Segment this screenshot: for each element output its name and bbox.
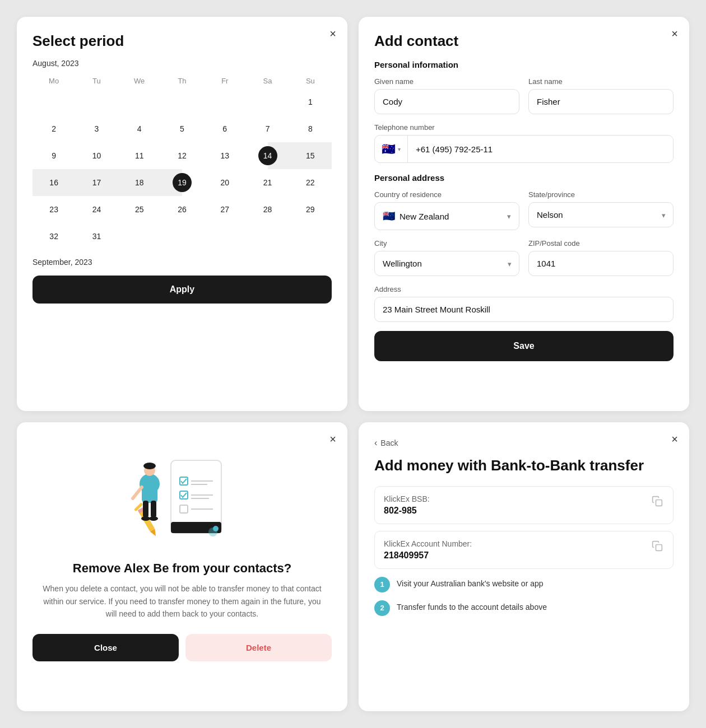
close-add-contact-button[interactable]: ×: [671, 28, 678, 39]
calendar-day-selected-start[interactable]: 14: [246, 142, 289, 169]
calendar-day[interactable]: [246, 88, 289, 115]
day-header-su: Su: [289, 73, 332, 88]
calendar-day[interactable]: 28: [246, 196, 289, 223]
city-select[interactable]: Wellington: [374, 251, 519, 276]
calendar-day[interactable]: 7: [246, 115, 289, 142]
state-select[interactable]: Nelson: [528, 202, 674, 227]
calendar-day[interactable]: 26: [161, 196, 203, 223]
back-link[interactable]: ‹ Back: [374, 438, 674, 448]
given-name-input[interactable]: [374, 89, 519, 114]
day-header-sa: Sa: [246, 73, 289, 88]
calendar-day[interactable]: 27: [203, 196, 246, 223]
day-header-we: We: [118, 73, 161, 88]
copy-bsb-button[interactable]: [651, 494, 664, 511]
delete-button[interactable]: Delete: [185, 634, 332, 661]
given-name-label: Given name: [374, 77, 519, 86]
calendar-day[interactable]: [161, 88, 203, 115]
calendar-day-range[interactable]: 17: [75, 169, 118, 196]
close-bank-button[interactable]: ×: [671, 433, 678, 445]
svg-line-17: [133, 487, 142, 498]
bsb-block: KlickEx BSB: 802-985: [374, 486, 674, 524]
copy-account-button[interactable]: [651, 539, 664, 556]
calendar-day[interactable]: 32: [32, 223, 75, 250]
calendar-day[interactable]: 2: [32, 115, 75, 142]
calendar-day[interactable]: 3: [75, 115, 118, 142]
calendar-day[interactable]: 8: [289, 115, 332, 142]
close-button[interactable]: Close: [32, 634, 179, 661]
svg-point-20: [141, 516, 150, 521]
zip-input[interactable]: [528, 251, 674, 276]
step1-badge: 1: [374, 577, 390, 592]
calendar-day[interactable]: [118, 223, 161, 250]
calendar-day[interactable]: 25: [118, 196, 161, 223]
state-label: State/province: [528, 190, 674, 199]
zip-group: ZIP/Postal code: [528, 239, 674, 276]
back-chevron-icon: ‹: [374, 438, 377, 448]
calendar-day[interactable]: [203, 223, 246, 250]
remove-contact-card: ×: [17, 422, 347, 711]
calendar-day[interactable]: 24: [75, 196, 118, 223]
svg-rect-16: [142, 480, 157, 503]
remove-contact-illustration: [126, 449, 238, 550]
calendar-day[interactable]: 9: [32, 142, 75, 169]
day-header-fr: Fr: [203, 73, 246, 88]
step1-row: 1 Visit your Australian bank's website o…: [374, 577, 674, 592]
svg-rect-26: [656, 544, 662, 550]
calendar-day[interactable]: 6: [203, 115, 246, 142]
calendar-day[interactable]: [289, 223, 332, 250]
calendar-day[interactable]: 29: [289, 196, 332, 223]
account-value: 218409957: [384, 550, 472, 561]
country-label: Country of residence: [374, 190, 519, 199]
add-contact-title: Add contact: [374, 32, 674, 50]
state-group: State/province Nelson ▾: [528, 190, 674, 230]
calendar-day[interactable]: 23: [32, 196, 75, 223]
calendar-day-range[interactable]: 18: [118, 169, 161, 196]
calendar-day[interactable]: [75, 88, 118, 115]
country-select[interactable]: 🇳🇿 New Zealand ▾: [374, 202, 519, 230]
remove-action-row: Close Delete: [32, 634, 332, 661]
nz-flag-icon: 🇳🇿: [383, 210, 395, 222]
account-block: KlickEx Account Number: 218409957: [374, 531, 674, 569]
calendar-day[interactable]: [203, 88, 246, 115]
country-value: New Zealand: [400, 212, 507, 221]
calendar-day[interactable]: [32, 88, 75, 115]
last-name-input[interactable]: [528, 89, 674, 114]
calendar-day-range[interactable]: 15: [289, 142, 332, 169]
back-label: Back: [380, 438, 398, 447]
city-group: City Wellington ▾: [374, 239, 519, 276]
calendar-day[interactable]: 20: [203, 169, 246, 196]
close-calendar-button[interactable]: ×: [329, 28, 336, 39]
bank-transfer-card: × ‹ Back Add money with Bank-to-Bank tra…: [359, 422, 689, 711]
remove-contact-description: When you delete a contact, you will not …: [32, 582, 332, 620]
calendar-day[interactable]: 13: [203, 142, 246, 169]
calendar-day[interactable]: 12: [161, 142, 203, 169]
calendar-day[interactable]: 10: [75, 142, 118, 169]
day-header-tu: Tu: [75, 73, 118, 88]
calendar-day[interactable]: [246, 223, 289, 250]
last-name-group: Last name: [528, 77, 674, 114]
country-code-picker[interactable]: 🇦🇺 ▾: [375, 136, 408, 162]
phone-input[interactable]: [408, 137, 673, 161]
bsb-value: 802-985: [384, 506, 430, 516]
save-button[interactable]: Save: [374, 331, 674, 361]
bsb-label: KlickEx BSB:: [384, 494, 430, 503]
svg-point-23: [213, 526, 219, 531]
address-input[interactable]: [374, 297, 674, 322]
calendar-day[interactable]: 5: [161, 115, 203, 142]
account-label: KlickEx Account Number:: [384, 539, 472, 548]
calendar-day[interactable]: 1: [289, 88, 332, 115]
telephone-label: Telephone number: [374, 123, 674, 132]
city-select-wrapper: Wellington ▾: [374, 251, 519, 276]
calendar-day[interactable]: 22: [289, 169, 332, 196]
calendar-day-selected-end[interactable]: 19: [161, 169, 203, 196]
calendar-day[interactable]: 21: [246, 169, 289, 196]
calendar-day[interactable]: [161, 223, 203, 250]
step2-badge: 2: [374, 600, 390, 616]
calendar-day[interactable]: [118, 88, 161, 115]
close-remove-button[interactable]: ×: [329, 433, 336, 445]
calendar-day-range[interactable]: 16: [32, 169, 75, 196]
calendar-day[interactable]: 11: [118, 142, 161, 169]
apply-button[interactable]: Apply: [32, 276, 332, 304]
calendar-day[interactable]: 31: [75, 223, 118, 250]
calendar-day[interactable]: 4: [118, 115, 161, 142]
